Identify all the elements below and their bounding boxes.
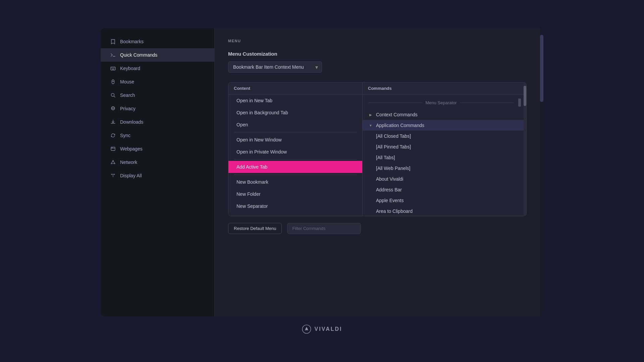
privacy-icon <box>110 106 116 112</box>
commands-column: Commands Menu Separator ▶ Context Comman… <box>363 82 526 216</box>
dropdown-wrapper: Bookmark Bar Item Context Menu <box>228 61 322 73</box>
bottom-row: Restore Default Menu <box>228 223 527 234</box>
svg-point-26 <box>114 174 115 175</box>
main-scrollbar-thumb[interactable] <box>540 35 543 102</box>
sidebar-label-keyboard: Keyboard <box>120 66 140 71</box>
content-item-add-active-tab[interactable]: Add Active Tab <box>228 161 362 173</box>
separator-1 <box>234 132 357 132</box>
cmd-all-pinned-tabs[interactable]: [All Pinned Tabs] <box>363 141 526 152</box>
svg-point-25 <box>113 174 114 175</box>
quick-commands-icon <box>110 52 116 58</box>
content-item-new-separator[interactable]: New Separator <box>228 200 362 212</box>
content-item-open-new-tab[interactable]: Open in New Tab <box>228 95 362 107</box>
svg-line-21 <box>111 161 113 163</box>
context-commands-arrow: ▶ <box>368 112 373 117</box>
sidebar-item-mouse[interactable]: Mouse <box>101 75 214 88</box>
sidebar-label-downloads: Downloads <box>120 119 143 125</box>
sidebar-label-webpages: Webpages <box>120 146 143 152</box>
sidebar-label-quick-commands: Quick Commands <box>120 52 157 58</box>
sidebar-label-display-all: Display All <box>120 173 142 178</box>
svg-rect-27 <box>113 175 114 176</box>
sidebar-label-sync: Sync <box>120 133 130 138</box>
context-commands-group[interactable]: ▶ Context Commands <box>363 109 526 120</box>
sidebar-label-mouse: Mouse <box>120 79 134 84</box>
sidebar-item-network[interactable]: Network <box>101 156 214 169</box>
vivaldi-logo-text: VIVALDI <box>315 326 342 332</box>
commands-list: Menu Separator ▶ Context Commands ▼ Appl… <box>363 95 526 216</box>
menu-type-select[interactable]: Bookmark Bar Item Context Menu <box>228 61 322 73</box>
separator-3 <box>234 174 357 175</box>
main-scrollbar[interactable] <box>540 28 543 316</box>
content-item-open-new-window[interactable]: Open in New Window <box>228 134 362 146</box>
content-list: Open in New Tab Open in Background Tab O… <box>228 95 362 216</box>
cmd-about-vivaldi[interactable]: About Vivaldi <box>363 174 526 184</box>
cmd-apple-events[interactable]: Apple Events <box>363 195 526 206</box>
downloads-icon <box>110 119 116 125</box>
vivaldi-logo-icon <box>302 324 311 334</box>
commands-scrollbar-thumb[interactable] <box>524 86 526 106</box>
content-item-new-bookmark[interactable]: New Bookmark <box>228 176 362 188</box>
svg-rect-2 <box>112 68 113 69</box>
sidebar-label-network: Network <box>120 160 137 165</box>
mouse-icon <box>110 79 116 85</box>
svg-rect-0 <box>111 67 115 70</box>
svg-line-10 <box>114 96 115 98</box>
sidebar-label-privacy: Privacy <box>120 106 136 111</box>
sidebar-label-bookmarks: Bookmarks <box>120 39 144 44</box>
separator-2 <box>234 159 357 160</box>
separator-line-left <box>368 103 423 103</box>
cmd-all-tabs[interactable]: [All Tabs] <box>363 152 526 163</box>
svg-point-20 <box>114 163 115 164</box>
keyboard-icon <box>110 65 116 71</box>
sidebar-item-webpages[interactable]: Webpages <box>101 142 214 156</box>
two-col-panel: Content Open in New Tab Open in Backgrou… <box>228 82 527 216</box>
restore-default-button[interactable]: Restore Default Menu <box>228 223 282 234</box>
sidebar-item-keyboard[interactable]: Keyboard <box>101 62 214 75</box>
content-item-open-bg-tab[interactable]: Open in Background Tab <box>228 107 362 119</box>
cmd-all-closed-tabs[interactable]: [All Closed Tabs] <box>363 131 526 141</box>
section-title: Menu Customization <box>228 51 527 57</box>
application-commands-arrow: ▼ <box>368 123 373 128</box>
svg-line-22 <box>113 161 115 163</box>
menu-separator-label: Menu Separator <box>425 100 457 105</box>
svg-point-16 <box>112 147 112 148</box>
content-item-open[interactable]: Open <box>228 119 362 131</box>
svg-rect-5 <box>112 69 114 70</box>
svg-rect-28 <box>113 177 114 177</box>
svg-rect-3 <box>113 68 114 69</box>
sidebar-item-downloads[interactable]: Downloads <box>101 115 214 129</box>
commands-scrollbar[interactable] <box>524 82 526 216</box>
sidebar-item-privacy[interactable]: Privacy <box>101 102 214 115</box>
network-icon <box>110 159 116 165</box>
drag-handle[interactable] <box>518 99 521 107</box>
content-item-new-folder[interactable]: New Folder <box>228 188 362 200</box>
sidebar-item-display-all[interactable]: Display All <box>101 169 214 182</box>
application-commands-label: Application Commands <box>376 123 424 128</box>
cmd-address-bar[interactable]: Address Bar <box>363 184 526 195</box>
sidebar-item-quick-commands[interactable]: Quick Commands <box>101 48 214 62</box>
svg-point-17 <box>112 147 113 148</box>
sidebar-item-sync[interactable]: Sync <box>101 129 214 142</box>
svg-point-24 <box>111 174 112 175</box>
content-header: Content <box>228 82 362 95</box>
commands-header: Commands <box>363 82 526 95</box>
filter-commands-input[interactable] <box>287 223 361 234</box>
application-commands-group[interactable]: ▼ Application Commands <box>363 120 526 131</box>
content-item-open-private[interactable]: Open in Private Window <box>228 146 362 158</box>
bookmark-icon <box>110 39 116 45</box>
menu-separator-item[interactable]: Menu Separator <box>363 96 526 109</box>
cmd-all-web-panels[interactable]: [All Web Panels] <box>363 163 526 174</box>
sidebar-item-bookmarks[interactable]: Bookmarks <box>101 35 214 48</box>
sidebar-label-search: Search <box>120 93 135 98</box>
context-commands-label: Context Commands <box>376 112 418 117</box>
svg-point-18 <box>113 160 114 161</box>
main-content: MENU Menu Customization Bookmark Bar Ite… <box>215 28 540 316</box>
sidebar-item-search[interactable]: Search <box>101 88 214 102</box>
cmd-area-to-clipboard[interactable]: Area to Clipboard <box>363 206 526 216</box>
search-icon <box>110 92 116 98</box>
webpages-icon <box>110 146 116 152</box>
menu-select-row: Bookmark Bar Item Context Menu <box>228 61 527 73</box>
svg-point-19 <box>111 163 112 164</box>
sync-icon <box>110 132 116 138</box>
svg-rect-1 <box>111 68 112 69</box>
